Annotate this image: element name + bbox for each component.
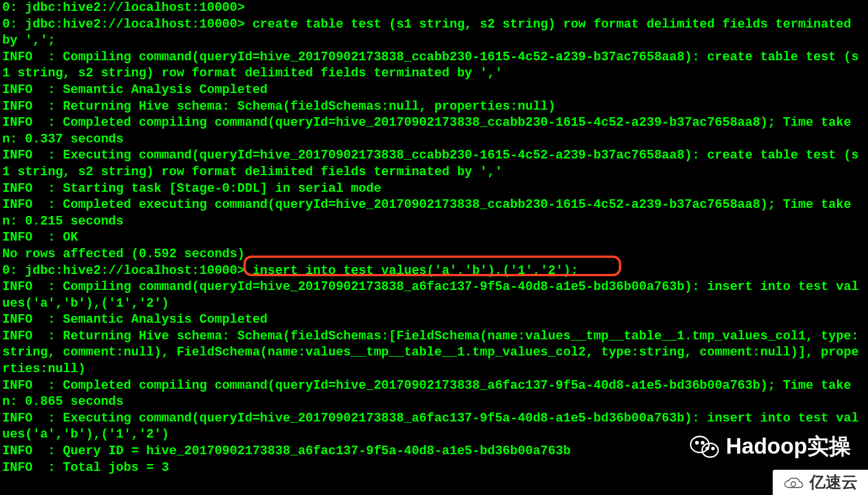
terminal-line: INFO : Query ID = hive_20170902173838_a6… — [2, 444, 571, 458]
terminal-line: 0: jdbc:hive2://localhost:10000> — [2, 1, 245, 15]
watermark-hadoop: Hadoop实操 — [689, 432, 851, 461]
cloud-icon — [783, 475, 804, 489]
terminal-line: INFO : Total jobs = 3 — [2, 461, 169, 475]
bottom-badge: 亿速云 — [773, 470, 868, 495]
terminal-line: 0: jdbc:hive2://localhost:10000> insert … — [2, 264, 578, 278]
svg-point-4 — [706, 447, 708, 450]
terminal-line: INFO : Completed executing command(query… — [2, 198, 851, 229]
terminal-line: 0: jdbc:hive2://localhost:10000> create … — [2, 17, 859, 48]
svg-point-1 — [702, 443, 718, 457]
terminal-line: INFO : Starting task [Stage-0:DDL] in se… — [2, 181, 381, 196]
terminal-line: INFO : OK — [2, 230, 78, 245]
svg-point-5 — [712, 447, 714, 450]
terminal-line: INFO : Executing command(queryId=hive_20… — [2, 148, 859, 179]
terminal-line: INFO : Returning Hive schema: Schema(fie… — [2, 99, 556, 114]
terminal-line: No rows affected (0.592 seconds) — [2, 247, 245, 261]
terminal-line: INFO : Semantic Analysis Completed — [2, 83, 268, 97]
svg-point-3 — [702, 442, 704, 444]
terminal-line: INFO : Returning Hive schema: Schema(fie… — [2, 329, 859, 376]
wechat-icon — [689, 434, 719, 458]
terminal-line: INFO : Completed compiling command(query… — [2, 115, 851, 146]
terminal-line: INFO : Compiling command(queryId=hive_20… — [2, 50, 859, 81]
watermark-text: Hadoop实操 — [726, 432, 851, 461]
bottom-badge-text: 亿速云 — [809, 472, 858, 493]
terminal-output[interactable]: 0: jdbc:hive2://localhost:10000> 0: jdbc… — [2, 0, 866, 476]
svg-point-2 — [696, 442, 698, 444]
terminal-line: INFO : Semantic Analysis Completed — [2, 312, 268, 327]
svg-point-6 — [791, 482, 796, 486]
terminal-line: INFO : Completed compiling command(query… — [2, 378, 851, 409]
terminal-line: INFO : Compiling command(queryId=hive_20… — [2, 280, 859, 311]
